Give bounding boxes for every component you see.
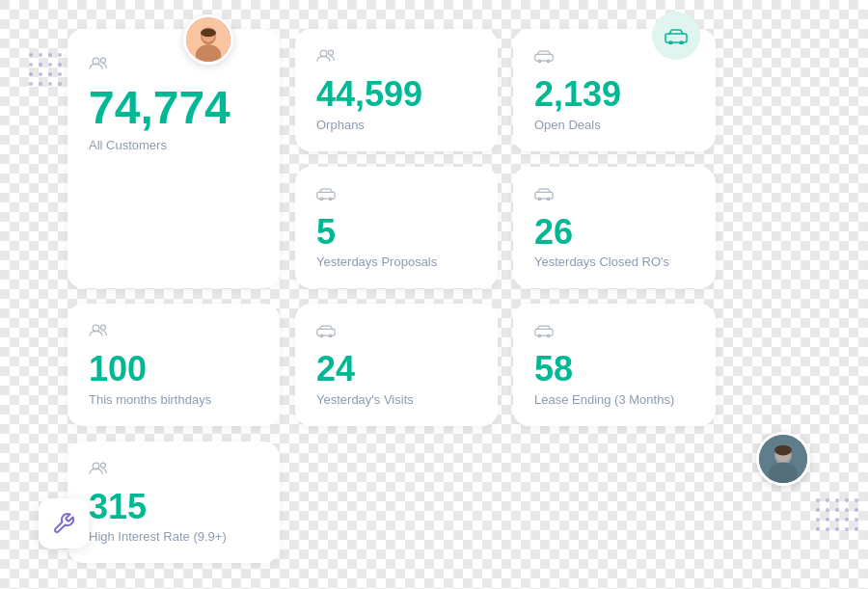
birthdays-number: 100: [89, 350, 258, 388]
closed-ros-number: 26: [534, 213, 694, 252]
car-icon-5: [316, 323, 476, 342]
interest-rate-number: 315: [89, 488, 258, 526]
svg-point-4: [201, 29, 216, 38]
open-deals-number: 2,139: [534, 75, 694, 114]
car-circle-decoration: [652, 12, 700, 60]
card-yesterdays-proposals[interactable]: 5 Yesterdays Proposals: [295, 167, 498, 289]
visits-label: Yesterday's Visits: [316, 392, 476, 407]
svg-point-15: [669, 41, 672, 44]
proposals-number: 5: [316, 213, 476, 252]
svg-point-32: [101, 463, 106, 468]
car-icon-6: [534, 323, 694, 342]
card-all-customers[interactable]: 74,774 All Customers: [68, 29, 280, 288]
users-icon-3: [89, 323, 258, 342]
card-birthdays[interactable]: 100 This months birthdays: [68, 304, 280, 426]
all-customers-number: 74,774: [89, 83, 258, 134]
card-yesterdays-closed-ros[interactable]: 26 Yesterdays Closed RO's: [513, 167, 716, 289]
proposals-label: Yesterdays Proposals: [316, 254, 476, 269]
wrench-icon: [52, 512, 75, 535]
dashboard: 74,774 All Customers 44,599 Orphans: [68, 29, 791, 563]
card-yesterdays-visits[interactable]: 24 Yesterday's Visits: [295, 304, 498, 426]
car-icon-large: [665, 27, 688, 44]
svg-point-16: [680, 41, 683, 44]
svg-point-9: [774, 445, 792, 456]
visits-number: 24: [316, 350, 476, 388]
dot-grid-decoration-top-left: [29, 53, 71, 86]
card-lease-ending[interactable]: 58 Lease Ending (3 Months): [513, 304, 716, 426]
svg-rect-14: [665, 34, 687, 42]
car-icon-4: [534, 186, 694, 205]
dot-grid-decoration-bottom-right: [816, 498, 858, 531]
orphans-number: 44,599: [316, 75, 476, 114]
svg-point-7: [769, 463, 798, 486]
all-customers-label: All Customers: [89, 138, 258, 152]
avatar-man: [756, 432, 810, 486]
svg-rect-33: [535, 330, 553, 336]
card-orphans[interactable]: 44,599 Orphans: [295, 29, 498, 151]
wrench-icon-card: [39, 498, 89, 549]
users-icon-4: [89, 461, 258, 480]
stats-grid: 74,774 All Customers 44,599 Orphans: [68, 29, 791, 563]
lease-ending-label: Lease Ending (3 Months): [534, 392, 694, 407]
svg-rect-20: [317, 192, 335, 199]
car-icon-3: [316, 186, 476, 205]
closed-ros-label: Yesterdays Closed RO's: [534, 254, 694, 269]
svg-rect-17: [535, 54, 553, 61]
birthdays-label: This months birthdays: [89, 392, 258, 407]
avatar-woman: [183, 14, 233, 65]
card-open-deals[interactable]: 2,139 Open Deals: [513, 29, 716, 151]
card-high-interest-rate[interactable]: 315 High Interest Rate (9.9+): [68, 442, 280, 564]
orphans-label: Orphans: [316, 118, 476, 132]
svg-rect-28: [317, 330, 335, 336]
interest-rate-label: High Interest Rate (9.9+): [89, 529, 258, 544]
lease-ending-number: 58: [534, 350, 694, 388]
svg-rect-23: [535, 192, 553, 199]
users-icon: [89, 56, 258, 75]
open-deals-label: Open Deals: [534, 118, 694, 132]
svg-point-13: [329, 50, 334, 55]
svg-point-11: [101, 58, 106, 63]
svg-point-27: [101, 325, 106, 330]
svg-point-2: [196, 44, 222, 65]
users-icon-2: [316, 48, 476, 67]
